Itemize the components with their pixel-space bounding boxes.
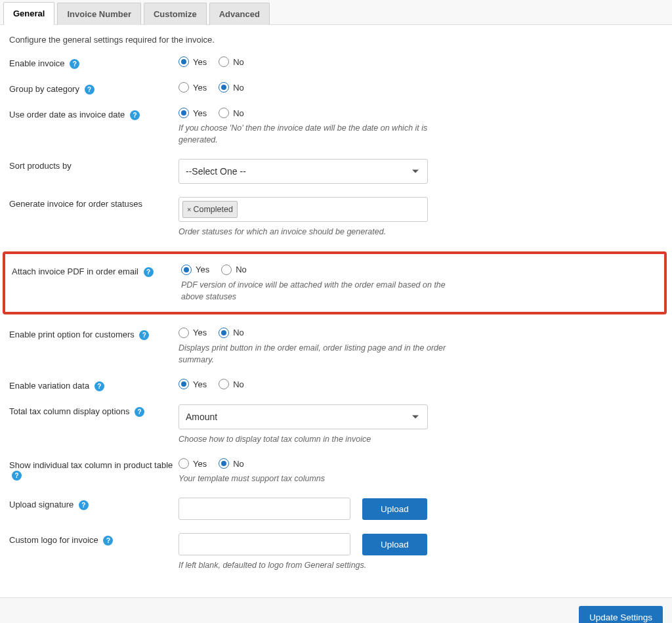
tab-advanced[interactable]: Advanced xyxy=(209,3,270,25)
help-icon[interactable]: ? xyxy=(144,267,154,277)
row-tax-display: Total tax column display options ? Amoun… xyxy=(9,404,663,445)
tab-customize[interactable]: Customize xyxy=(144,3,207,25)
label-generate-statuses: Generate invoice for order statuses xyxy=(9,199,142,209)
row-custom-logo: Custom logo for invoice ? Upload If left… xyxy=(9,533,663,571)
radio-icon xyxy=(219,458,229,469)
signature-input[interactable] xyxy=(178,498,350,520)
order-date-yes[interactable]: Yes xyxy=(178,108,207,118)
hint-attach-pdf: PDF version of invoice will be attached … xyxy=(181,279,457,303)
help-icon[interactable]: ? xyxy=(135,407,144,417)
tab-general[interactable]: General xyxy=(3,2,54,25)
hint-order-date: If you choose 'No' then the invoice date… xyxy=(178,122,454,146)
label-enable-print: Enable print option for customers xyxy=(9,330,135,339)
label-variation: Enable variation data xyxy=(9,381,89,391)
attach-pdf-yes[interactable]: Yes xyxy=(181,265,209,275)
highlight-attach-pdf: Attach invoice PDF in order email ? Yes … xyxy=(3,251,667,314)
settings-content: Configure the general settings required … xyxy=(0,25,672,597)
row-sort-products: Sort products by --Select One -- xyxy=(9,159,663,184)
tabs-bar: General Invoice Number Customize Advance… xyxy=(0,0,672,25)
enable-print-no[interactable]: No xyxy=(219,328,244,338)
help-icon[interactable]: ? xyxy=(70,59,79,69)
attach-pdf-no[interactable]: No xyxy=(221,265,247,275)
status-tag-completed[interactable]: × Completed xyxy=(182,201,238,218)
hint-tax-display: Choose how to display total tax column i… xyxy=(178,433,454,445)
radio-icon xyxy=(219,82,229,93)
radio-icon xyxy=(178,328,189,338)
logo-input[interactable] xyxy=(178,533,350,555)
help-icon[interactable]: ? xyxy=(85,85,94,95)
help-icon[interactable]: ? xyxy=(94,381,104,391)
order-date-no[interactable]: No xyxy=(219,108,244,118)
group-category-yes[interactable]: Yes xyxy=(178,82,207,93)
tax-display-select[interactable]: Amount xyxy=(178,404,428,429)
individual-tax-no[interactable]: No xyxy=(219,458,244,469)
radio-icon xyxy=(181,265,192,275)
row-upload-signature: Upload signature ? Upload xyxy=(9,498,663,520)
upload-signature-button[interactable]: Upload xyxy=(362,498,427,520)
label-group-category: Group by category xyxy=(9,84,79,94)
variation-no[interactable]: No xyxy=(219,379,244,389)
radio-icon xyxy=(178,458,189,469)
radio-icon xyxy=(221,265,232,275)
individual-tax-yes[interactable]: Yes xyxy=(178,458,207,469)
close-icon[interactable]: × xyxy=(187,205,191,213)
label-tax-display: Total tax column display options xyxy=(9,406,130,416)
label-upload-signature: Upload signature xyxy=(9,500,74,509)
enable-print-yes[interactable]: Yes xyxy=(178,328,207,338)
help-icon[interactable]: ? xyxy=(130,110,140,120)
label-individual-tax: Show individual tax column in product ta… xyxy=(9,460,173,470)
variation-yes[interactable]: Yes xyxy=(178,379,207,389)
status-tagbox[interactable]: × Completed xyxy=(178,197,428,222)
group-category-no[interactable]: No xyxy=(219,82,244,93)
label-attach-pdf: Attach invoice PDF in order email xyxy=(12,267,138,276)
help-icon[interactable]: ? xyxy=(103,536,113,546)
label-enable-invoice: Enable invoice xyxy=(9,58,65,68)
hint-individual-tax: Your template must support tax columns xyxy=(178,473,454,484)
radio-icon xyxy=(178,56,189,67)
row-group-category: Group by category ? Yes No xyxy=(9,82,663,95)
footer-bar: Update Settings xyxy=(0,597,672,623)
help-icon[interactable]: ? xyxy=(12,471,22,481)
enable-invoice-yes[interactable]: Yes xyxy=(178,56,207,67)
radio-icon xyxy=(219,108,229,118)
enable-invoice-no[interactable]: No xyxy=(219,56,244,67)
intro-text: Configure the general settings required … xyxy=(9,35,663,45)
radio-icon xyxy=(178,82,189,93)
radio-icon xyxy=(178,379,189,389)
row-enable-print: Enable print option for customers ? Yes … xyxy=(9,328,663,366)
radio-icon xyxy=(219,328,229,338)
help-icon[interactable]: ? xyxy=(139,330,149,340)
radio-icon xyxy=(178,108,189,118)
row-variation: Enable variation data ? Yes No xyxy=(9,379,663,391)
radio-icon xyxy=(219,379,229,389)
row-order-date: Use order date as invoice date ? Yes No … xyxy=(9,108,663,146)
radio-icon xyxy=(219,56,229,67)
label-sort-products: Sort products by xyxy=(9,161,72,171)
upload-logo-button[interactable]: Upload xyxy=(362,534,427,555)
hint-enable-print: Displays print button in the order email… xyxy=(178,342,454,366)
row-generate-statuses: Generate invoice for order statuses × Co… xyxy=(9,197,663,238)
row-individual-tax: Show individual tax column in product ta… xyxy=(9,458,663,484)
update-settings-button[interactable]: Update Settings xyxy=(579,606,663,623)
tab-invoice-number[interactable]: Invoice Number xyxy=(57,3,141,25)
label-order-date: Use order date as invoice date xyxy=(9,110,125,119)
hint-custom-logo: If left blank, defaulted to logo from Ge… xyxy=(178,559,454,571)
row-enable-invoice: Enable invoice ? Yes No xyxy=(9,56,663,69)
sort-products-select[interactable]: --Select One -- xyxy=(178,159,428,184)
row-attach-pdf: Attach invoice PDF in order email ? Yes … xyxy=(12,265,660,303)
help-icon[interactable]: ? xyxy=(79,500,89,510)
label-custom-logo: Custom logo for invoice xyxy=(9,535,98,545)
hint-statuses: Order statuses for which an invoice shou… xyxy=(178,226,454,238)
